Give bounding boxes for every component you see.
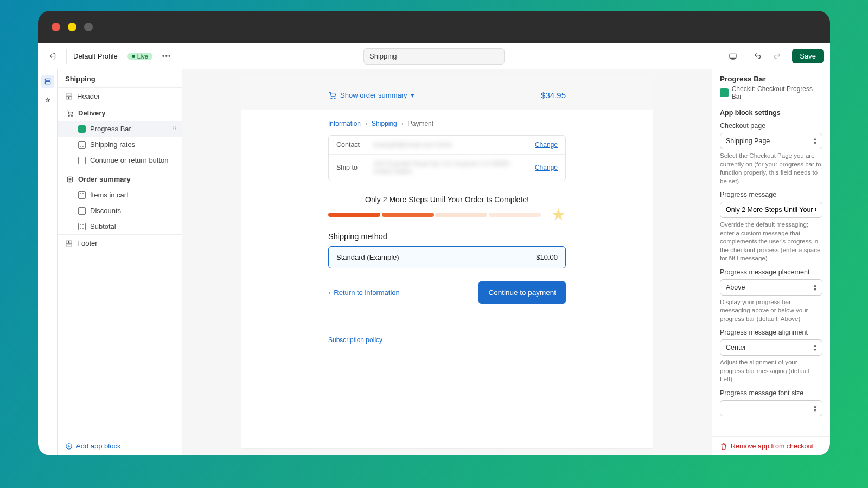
return-to-information-link[interactable]: ‹ Return to information bbox=[328, 288, 400, 297]
placeholder-icon bbox=[78, 223, 86, 230]
svg-rect-11 bbox=[66, 245, 72, 246]
exit-editor-button[interactable] bbox=[44, 49, 60, 64]
panel-title: Shipping bbox=[58, 69, 182, 87]
window-titlebar bbox=[38, 11, 830, 43]
profile-name[interactable]: Default Profile bbox=[73, 52, 118, 60]
crumb-shipping[interactable]: Shipping bbox=[372, 120, 397, 127]
shipto-value: 100 Example Road Apt 121 Anytown CA 0000… bbox=[373, 160, 527, 175]
alignment-label: Progress message alignment bbox=[720, 329, 822, 336]
checkout-page-select[interactable]: Shipping Page ▴▾ bbox=[720, 133, 822, 149]
svg-point-13 bbox=[331, 98, 332, 99]
app-icon bbox=[720, 88, 729, 97]
placeholder-icon bbox=[78, 191, 86, 199]
placeholder-icon bbox=[78, 207, 86, 215]
fontsize-label: Progress message font size bbox=[720, 389, 822, 397]
svg-rect-2 bbox=[45, 82, 50, 84]
checkout-page-help: Select the Checkout Page you are current… bbox=[720, 152, 822, 185]
order-summary-group-row[interactable]: Order summary bbox=[58, 171, 182, 187]
cart-icon bbox=[328, 91, 337, 100]
header-section-label: Header bbox=[77, 92, 100, 100]
chevron-right-icon: › bbox=[365, 120, 367, 127]
preview-area: Show order summary ▾ $34.95 Information … bbox=[182, 69, 712, 455]
chevron-right-icon: › bbox=[401, 120, 404, 127]
change-contact-link[interactable]: Change bbox=[535, 141, 558, 149]
continue-to-payment-button[interactable]: Continue to payment bbox=[478, 281, 566, 304]
select-caret-icon: ▴▾ bbox=[814, 404, 816, 413]
settings-title: Progress Bar bbox=[720, 75, 822, 83]
header-section-row[interactable]: Header bbox=[58, 87, 182, 105]
subscription-policy-link[interactable]: Subscription policy bbox=[328, 336, 382, 355]
discounts-row[interactable]: Discounts bbox=[58, 203, 182, 219]
shipping-rates-row[interactable]: Shipping rates bbox=[58, 137, 182, 152]
crumb-payment: Payment bbox=[408, 120, 433, 127]
list-icon bbox=[66, 176, 74, 183]
progress-bar: ★ bbox=[328, 210, 566, 218]
select-caret-icon: ▴▾ bbox=[814, 137, 816, 145]
placement-label: Progress message placement bbox=[720, 268, 822, 276]
editor-rail bbox=[38, 69, 58, 455]
trash-icon bbox=[720, 442, 727, 450]
remove-app-button[interactable]: Remove app from checkout bbox=[720, 442, 822, 450]
show-order-summary-toggle[interactable]: Show order summary ▾ bbox=[328, 91, 414, 100]
svg-point-14 bbox=[334, 98, 335, 99]
fontsize-select[interactable]: ▴▾ bbox=[720, 400, 822, 416]
maximize-window-dot[interactable] bbox=[84, 23, 93, 31]
svg-point-7 bbox=[72, 115, 73, 116]
svg-rect-9 bbox=[66, 241, 69, 243]
more-actions-button[interactable]: ••• bbox=[159, 50, 175, 62]
redo-button[interactable] bbox=[769, 49, 784, 64]
alignment-help: Adjust the alignment of your progress ba… bbox=[720, 358, 822, 384]
alignment-select[interactable]: Center ▴▾ bbox=[720, 339, 822, 356]
subtotal-row[interactable]: Subtotal bbox=[58, 219, 182, 234]
contact-value: example@email.com lorem bbox=[373, 141, 527, 149]
add-app-block-button[interactable]: Add app block bbox=[65, 442, 174, 450]
live-status-badge: Live bbox=[127, 53, 152, 60]
progress-message-label: Progress message bbox=[720, 191, 822, 198]
progress-bar-block-row[interactable]: Progress Bar bbox=[58, 121, 182, 137]
layout-icon bbox=[65, 93, 73, 100]
editor-topbar: Default Profile Live ••• Save bbox=[38, 43, 830, 69]
app-block-settings-heading: App block settings bbox=[720, 109, 822, 117]
svg-point-6 bbox=[68, 115, 69, 116]
block-settings-panel: Progress Bar CheckIt: Checkout Progress … bbox=[712, 69, 830, 455]
star-icon: ★ bbox=[551, 205, 566, 224]
progress-message-input[interactable] bbox=[720, 202, 822, 218]
progress-message-help: Override the default messaging; enter a … bbox=[720, 221, 822, 263]
shipping-option-standard[interactable]: Standard (Example) $10.00 bbox=[328, 246, 566, 268]
review-box: Contact example@email.com lorem Change S… bbox=[328, 135, 566, 181]
svg-rect-0 bbox=[730, 54, 736, 58]
minimize-window-dot[interactable] bbox=[68, 23, 76, 31]
continue-return-row[interactable]: Continue or return button bbox=[58, 152, 182, 168]
svg-rect-5 bbox=[69, 97, 72, 99]
order-total: $34.95 bbox=[541, 91, 566, 100]
svg-rect-10 bbox=[69, 241, 72, 243]
device-preview-button[interactable] bbox=[725, 49, 741, 64]
cart-icon bbox=[66, 110, 74, 117]
change-shipto-link[interactable]: Change bbox=[535, 164, 558, 171]
close-window-dot[interactable] bbox=[52, 23, 60, 31]
save-button[interactable]: Save bbox=[792, 49, 824, 63]
undo-button[interactable] bbox=[750, 49, 765, 64]
checkout-preview: Show order summary ▾ $34.95 Information … bbox=[241, 76, 653, 449]
shipto-label: Ship to bbox=[336, 164, 366, 171]
svg-rect-1 bbox=[45, 79, 50, 80]
contact-label: Contact bbox=[336, 141, 366, 149]
progress-segment-3 bbox=[435, 213, 487, 217]
placement-select[interactable]: Above ▴▾ bbox=[720, 279, 822, 296]
chevron-down-icon: ▾ bbox=[411, 91, 414, 99]
delivery-group-row[interactable]: Delivery bbox=[58, 105, 182, 121]
appearance-rail-button[interactable] bbox=[41, 94, 54, 107]
page-selector-input[interactable] bbox=[363, 48, 505, 65]
footer-section-row[interactable]: Footer bbox=[58, 234, 182, 252]
checkout-breadcrumb: Information › Shipping › Payment bbox=[328, 120, 566, 127]
placeholder-icon bbox=[78, 141, 86, 149]
sections-rail-button[interactable] bbox=[41, 75, 54, 88]
items-in-cart-row[interactable]: Items in cart bbox=[58, 187, 182, 203]
svg-rect-4 bbox=[66, 97, 69, 99]
sections-panel: Shipping Header Delivery Progress Bar Sh… bbox=[58, 69, 182, 455]
layout-icon bbox=[65, 240, 73, 247]
crumb-information[interactable]: Information bbox=[328, 120, 361, 127]
select-caret-icon: ▴▾ bbox=[814, 283, 816, 292]
checkout-page-label: Checkout page bbox=[720, 122, 822, 130]
select-caret-icon: ▴▾ bbox=[814, 343, 816, 352]
